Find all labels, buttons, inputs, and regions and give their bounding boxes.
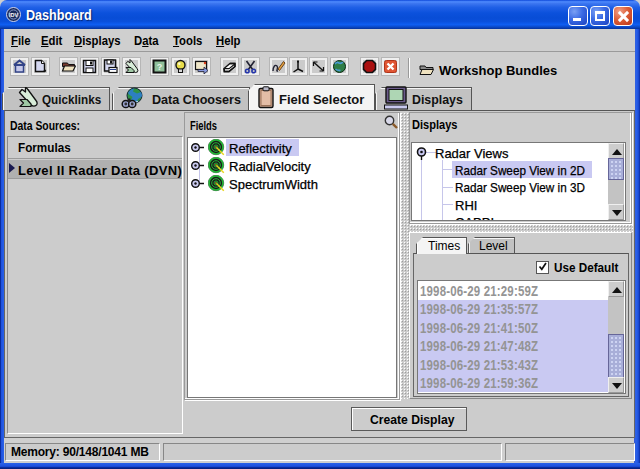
svg-text:?: ? <box>157 62 163 72</box>
svg-text:IDV: IDV <box>9 12 19 18</box>
